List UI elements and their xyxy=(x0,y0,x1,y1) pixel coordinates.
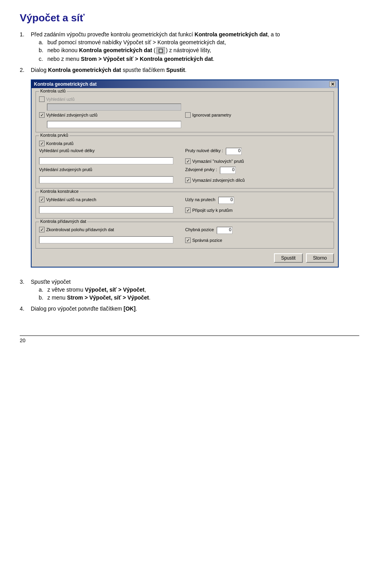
row-dual-right-pridavnych: Chybná pozice 0 xyxy=(185,227,330,234)
label-zkontrolovat-polohu: Zkontrolovat polohu přídavných dat xyxy=(46,227,114,232)
group-kontrola-konstrukce: Kontrola konstrukce Vyhledání uzlů na pr… xyxy=(36,192,334,219)
input-zdvojene-prvky[interactable]: 0 xyxy=(220,167,236,174)
label-vymazani-dilcu: Vymazání zdvojených dílců xyxy=(192,178,245,183)
item3-sublist: a. z větve stromu Výpočet, síť > Výpočet… xyxy=(39,286,150,301)
item4-bold: [OK] xyxy=(124,305,135,312)
item4-text-after: . xyxy=(135,305,137,312)
row-left-uzlu: Vyhledání uzlů xyxy=(39,96,181,102)
bar-pridavnych-right: Správná pozice xyxy=(185,236,330,244)
item1-bold1: Kontrola geometrických dat xyxy=(195,31,268,38)
row-dual-left-pridavnych: Zkontrolovat polohu přídavných dat xyxy=(39,227,185,232)
row-cb-ignorovat: Ignorovat parametry xyxy=(185,112,330,118)
row-dual-left-zdvojene: Vyhledání zdvojených prutů xyxy=(39,167,185,172)
bar-uzly-na-prutech xyxy=(39,206,173,213)
row-dual-right-zdvojenych: Ignorovat parametry xyxy=(185,112,330,119)
label-pripojit-uzly: Připojit uzly k prutům xyxy=(192,208,233,213)
cb-pripojit-uzly[interactable] xyxy=(185,207,191,213)
row-dual-right-nulove: Pruty nulové délky : 0 xyxy=(185,148,330,155)
cb-vymazani-dilcu[interactable] xyxy=(185,177,191,183)
label-pruty-nulove: Pruty nulové délky : xyxy=(185,148,223,153)
cb-vyhledani-uzlu-prutech[interactable] xyxy=(39,197,45,202)
input-uzly-na-prutech[interactable]: 0 xyxy=(218,197,234,204)
item4-text-before: Dialog pro výpočet potvrďte tlačítkem xyxy=(31,305,124,312)
item2-bold2: Spustit xyxy=(166,67,185,73)
list-num-3: 3. xyxy=(20,279,31,285)
list-item-1: 1. Před zadáním výpočtu proveďte kontrol… xyxy=(20,31,359,64)
list-content-4: Dialog pro výpočet potvrďte tlačítkem [O… xyxy=(31,305,137,312)
list-num-1: 1. xyxy=(20,31,31,38)
bar-vyhledani-uzlu xyxy=(47,104,181,111)
dialog-kontrola: Kontrola geometrických dat ✕ Kontrola uz… xyxy=(31,79,339,268)
page-heading: Výpočet a síť xyxy=(20,12,359,24)
item1-sublist: a. buď pomocí stromové nabídky Výpočet s… xyxy=(39,39,280,62)
dialog-wrapper: Kontrola geometrických dat ✕ Kontrola uz… xyxy=(31,79,339,268)
row-dual-right-uzly: Uzly na prutech 0 xyxy=(185,197,330,204)
cb-spravna-pozice[interactable] xyxy=(185,237,191,243)
row-dual-bars-pridavnych: Správná pozice xyxy=(39,236,330,244)
cb-ignorovat-parametry[interactable] xyxy=(185,112,191,118)
toolbar-icon: 🔲 xyxy=(156,47,165,54)
bar-zdvojenych-prutu xyxy=(39,176,173,183)
group-content-uzlu: Vyhledání uzlů Vyhledání zdv xyxy=(39,96,330,128)
dialog-titlebar: Kontrola geometrických dat ✕ xyxy=(32,80,338,88)
cb-vyhledani-zdvojenych[interactable] xyxy=(39,112,45,118)
label-vyhledani-uzlu: Vyhledání uzlů xyxy=(46,97,75,102)
sub-item-3b: b. z menu Strom > Výpočet, síť > Výpočet… xyxy=(39,294,150,301)
cb-vymazani-prutu[interactable] xyxy=(185,158,191,164)
sub-text-3a: z větve stromu Výpočet, síť > Výpočet, xyxy=(47,286,146,293)
group-content-pridavnych: Zkontrolovat polohu přídavných dat Chybn… xyxy=(39,227,330,244)
input-pruty-nulove[interactable]: 0 xyxy=(226,148,242,155)
dialog-close-button[interactable]: ✕ xyxy=(329,81,336,87)
row-kontrola-prutu: Kontrola prutů xyxy=(39,141,330,146)
group-content-prvku: Kontrola prutů Vyhledání prutů nulové dé… xyxy=(39,141,330,184)
bar-zdvojenych-uzlu xyxy=(47,121,181,128)
dialog-title: Kontrola geometrických dat xyxy=(34,81,97,87)
sub-item-1b: b. nebo ikonou Kontrola geometrických da… xyxy=(39,47,280,54)
row-dual-left-uzly: Vyhledání uzlů na prutech xyxy=(39,197,185,202)
item2-bold1: Kontrola geometrických dat xyxy=(48,67,121,73)
label-kontrola-prutu: Kontrola prutů xyxy=(46,141,73,146)
group-kontrola-uzlu: Kontrola uzlů Vyhledání uzlů xyxy=(36,91,334,132)
row-dual-bars-zdvojene: Vymazání zdvojených dílců xyxy=(39,175,330,184)
item2-text-after: spusťte tlačítkem xyxy=(121,67,166,73)
group-pridavnych-dat: Kontrola přídavných dat Zkontrolovat pol… xyxy=(36,222,334,249)
sub-item-3a: a. z větve stromu Výpočet, síť > Výpočet… xyxy=(39,286,150,293)
row-dual-left-nulove: Vyhledání prutů nulové délky xyxy=(39,148,185,153)
cb-vyhledani-uzlu[interactable] xyxy=(39,96,45,102)
bar-uzly-left xyxy=(39,205,185,214)
sub-label-1b: b. xyxy=(39,47,47,53)
label-vyhledani-zdvojenych: Vyhledání zdvojených uzlů xyxy=(46,113,98,117)
btn-spustit[interactable]: Spustit xyxy=(274,253,303,263)
row-dual-zdvojenych-prutu: Vyhledání zdvojených prutů Zdvojené prvk… xyxy=(39,167,330,174)
cb-zkontrolovat-polohu[interactable] xyxy=(39,227,45,232)
row-cb-zdvojenych: Vyhledání zdvojených uzlů xyxy=(39,112,185,118)
sub-item-1a: a. buď pomocí stromové nabídky Výpočet s… xyxy=(39,39,280,45)
btn-storno[interactable]: Storno xyxy=(306,253,334,263)
label-vymazani-prutu: Vymazání "nulových" prutů xyxy=(192,159,244,164)
sub-text-1c: nebo z menu Strom > Výpočet síť > Kontro… xyxy=(47,56,214,62)
sub-item-1c: c. nebo z menu Strom > Výpočet síť > Kon… xyxy=(39,56,280,62)
label-uzly-na-prutech: Uzly na prutech xyxy=(185,197,215,202)
label-spravna-pozice: Správná pozice xyxy=(192,238,222,243)
bar-pridavnych-left xyxy=(39,236,185,244)
sub-label-1c: c. xyxy=(39,56,47,62)
group-title-konstrukce: Kontrola konstrukce xyxy=(39,189,80,194)
cb-kontrola-prutu[interactable] xyxy=(39,141,45,146)
group-content-konstrukce: Vyhledání uzlů na prutech Uzly na prutec… xyxy=(39,197,330,214)
sub-label-3b: b. xyxy=(39,294,47,301)
label-zdvojene-prutu: Vyhledání zdvojených prutů xyxy=(39,167,92,172)
row-dual-bars-uzly: Připojit uzly k prutům xyxy=(39,205,330,214)
group-kontrola-prvku: Kontrola prvků Kontrola prutů xyxy=(36,136,334,188)
list-num-4: 4. xyxy=(20,305,31,312)
row-dual-right-zdvojene: Zdvojené prvky : 0 xyxy=(185,167,330,174)
row-dual-zdvojenych: Vyhledání zdvojených uzlů Ignorovat para… xyxy=(39,112,330,119)
label-nulove-delky: Vyhledání prutů nulové délky xyxy=(39,148,95,153)
page-number: 20 xyxy=(20,337,25,343)
sub-label-3a: a. xyxy=(39,286,47,293)
item2-text-before: Dialog xyxy=(31,67,48,73)
label-zdvojene-prvky: Zdvojené prvky : xyxy=(185,167,217,172)
input-chybna-pozice[interactable]: 0 xyxy=(217,227,233,234)
group-title-pridavnych: Kontrola přídavných dat xyxy=(39,219,87,224)
list-content-2: Dialog Kontrola geometrických dat spusťt… xyxy=(31,67,339,275)
bar-pridavnych xyxy=(39,236,173,243)
